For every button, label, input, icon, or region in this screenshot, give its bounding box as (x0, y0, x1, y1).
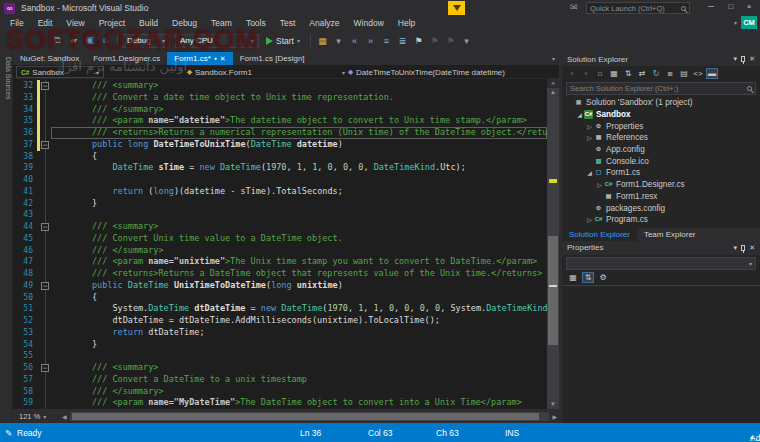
code-line-52[interactable]: 52 dtDateTime = dtDateTime.AddMillisecon… (13, 315, 547, 327)
toolbar-options-icon[interactable]: ▾ (459, 36, 474, 46)
code-line-50[interactable]: 50 { (13, 292, 547, 304)
menu-item-build[interactable]: Build (132, 18, 165, 28)
pin-icon[interactable] (741, 245, 745, 251)
code-line-57[interactable]: 57 /// Convert a DateTime to a unix time… (13, 374, 547, 386)
alphabetical-icon[interactable]: ⇅ (582, 272, 594, 283)
solution-node[interactable]: ▣Solution 'Sandbox' (1 project) (562, 97, 760, 109)
switch-views-icon[interactable]: ▦ (608, 69, 620, 78)
sync-with-active-document-icon[interactable]: ⇄ (636, 69, 648, 78)
code-line-47[interactable]: 47 /// <param name="unixtime">The Unix t… (13, 256, 547, 268)
solution-explorer-title-bar[interactable]: Solution Explorer ▾ ✕ (562, 52, 760, 66)
code-line-49[interactable]: 49– public DateTime UnixTimeToDateTime(l… (13, 280, 547, 292)
home-icon[interactable]: ⌂ (594, 69, 606, 78)
quick-launch-input[interactable]: Quick Launch (Ctrl+Q) (586, 2, 690, 14)
scrollbar-track[interactable] (547, 97, 559, 400)
code-line-54[interactable]: 54 } (13, 339, 547, 351)
new-window-icon[interactable]: ⧉ (50, 35, 65, 46)
properties-title-bar[interactable]: Properties ▾ ✕ (562, 241, 760, 255)
code-line-34[interactable]: 34 /// </summary> (13, 104, 547, 116)
show-all-files-icon[interactable]: ▬ (706, 68, 718, 79)
code-line-37[interactable]: 37– public long DateTimeToUnixTime(DateT… (13, 139, 547, 151)
back-icon[interactable]: ◦ (566, 69, 578, 78)
collapse-region-icon[interactable]: – (41, 282, 49, 290)
collapse-region-icon[interactable]: – (41, 223, 49, 231)
code-line-38[interactable]: 38 { (13, 151, 547, 163)
scroll-down-icon[interactable]: ▼ (547, 400, 559, 409)
scroll-left-icon[interactable]: ◀ (62, 413, 67, 420)
window-position-icon[interactable]: ▾ (734, 244, 738, 252)
scroll-up-icon[interactable]: ▲ (547, 88, 559, 97)
tab-form1-cs[interactable]: Form1.cs*●✕ (167, 52, 232, 65)
program-cs[interactable]: ▷C#Program.cs (562, 214, 760, 226)
collapse-region-icon[interactable]: – (41, 82, 49, 90)
close-panel-icon[interactable]: ✕ (749, 55, 755, 63)
code-line-43[interactable]: 43 (13, 209, 547, 221)
console-ico[interactable]: ▨Console.ico (562, 155, 760, 167)
bookmark-prev-icon[interactable]: ⚑ (427, 36, 442, 46)
close-button[interactable]: × (740, 0, 758, 14)
code-line-58[interactable]: 58 /// </summary> (13, 386, 547, 398)
collapsed-arrow-icon[interactable]: ▷ (595, 181, 604, 188)
code-editor[interactable]: 32– /// <summary>33 /// Convert a date t… (13, 79, 559, 409)
line-uncomment-icon[interactable]: ≣ (395, 36, 410, 46)
collapsed-arrow-icon[interactable]: ▷ (585, 134, 594, 141)
pin-icon[interactable] (741, 56, 745, 62)
data-sources-vertical-tab[interactable]: Data Sources (0, 52, 13, 423)
menu-item-view[interactable]: View (59, 18, 91, 28)
references-node[interactable]: ▷▦References (562, 132, 760, 144)
menu-item-team[interactable]: Team (204, 18, 239, 28)
bookmark-next-icon[interactable]: ⚑ (443, 36, 458, 46)
code-line-42[interactable]: 42 } (13, 198, 547, 210)
navigate-fwd-doc-icon[interactable]: » (363, 36, 378, 46)
app-config[interactable]: ⚙App.config (562, 144, 760, 156)
scroll-right-icon[interactable]: ▶ (552, 413, 557, 420)
form1-cs[interactable]: ◢▢Form1.cs (562, 167, 760, 179)
member-dropdown[interactable]: ▾ ◆ DateTimeToUnixTime(DateTime datetime… (338, 66, 509, 78)
attach-caret[interactable]: ▾ (331, 36, 346, 46)
form1-designer-cs[interactable]: ▷C#Form1.Designer.cs (562, 179, 760, 191)
window-position-icon[interactable]: ▾ (734, 55, 738, 63)
document-list-icon[interactable]: ▾ (552, 55, 559, 62)
menu-item-analyze[interactable]: Analyze (302, 18, 346, 28)
code-line-48[interactable]: 48 /// <returns>Returns a DateTime objec… (13, 268, 547, 280)
packages-config[interactable]: ⚙packages.config (562, 202, 760, 214)
properties-node[interactable]: ▷⚙Properties (562, 120, 760, 132)
code-line-33[interactable]: 33 /// Convert a date time object to Uni… (13, 92, 547, 104)
code-line-51[interactable]: 51 System.DateTime dtDateTime = new Date… (13, 303, 547, 315)
maximize-button[interactable]: □ (722, 0, 740, 14)
solution-explorer-search-input[interactable]: Search Solution Explorer (Ctrl+;) (566, 82, 756, 95)
code-line-36[interactable]: 36 /// <returns>Returns a numerical repr… (13, 127, 547, 139)
account-avatar[interactable]: CM (741, 16, 757, 29)
save-icon[interactable]: ▣ (82, 35, 97, 46)
menu-item-help[interactable]: Help (391, 18, 422, 28)
collapse-region-icon[interactable]: – (41, 141, 49, 149)
project-sandbox[interactable]: ◢C#Sandbox (562, 109, 760, 121)
code-line-55[interactable]: 55 (13, 350, 547, 362)
code-line-56[interactable]: 56– /// <summary> (13, 362, 547, 374)
close-tab-icon[interactable]: ✕ (220, 55, 226, 63)
menu-item-debug[interactable]: Debug (165, 18, 204, 28)
open-folder-icon[interactable]: ▰ (66, 35, 81, 46)
code-line-46[interactable]: 46 /// </summary> (13, 245, 547, 257)
code-line-35[interactable]: 35 /// <param name="datetime">The dateti… (13, 115, 547, 127)
start-debugging-button[interactable]: Start ▾ (260, 36, 306, 46)
expanded-arrow-icon[interactable]: ◢ (585, 169, 594, 176)
scrollbar-thumb[interactable] (548, 236, 558, 345)
notifications-flag-icon[interactable] (448, 1, 465, 15)
toolbar-overflow-icon[interactable]: ▾ (734, 19, 737, 26)
save-all-icon[interactable]: ⧈ (98, 35, 113, 46)
split-editor-handle[interactable]: + (547, 79, 559, 88)
tab-nuget-sandbox[interactable]: NuGet: Sandbox (13, 52, 86, 65)
feedback-icon[interactable]: ✉ (570, 2, 578, 12)
tab-form1-designer[interactable]: Form1.Designer.cs (86, 52, 167, 65)
properties-window-icon[interactable]: ▤ (678, 69, 690, 78)
tab-team-explorer[interactable]: Team Explorer (637, 228, 703, 241)
menu-item-test[interactable]: Test (273, 18, 303, 28)
solution-platform-select[interactable]: Any CPU▾ (175, 34, 259, 48)
view-code-icon[interactable]: <> (692, 69, 704, 78)
code-line-32[interactable]: 32– /// <summary> (13, 80, 547, 92)
refresh-icon[interactable]: ↻ (650, 69, 662, 78)
code-line-59[interactable]: 59 /// <param name="MyDateTime">The Date… (13, 397, 547, 409)
horizontal-scrollbar[interactable] (70, 412, 550, 421)
tab-solution-explorer[interactable]: Solution Explorer (562, 228, 637, 241)
